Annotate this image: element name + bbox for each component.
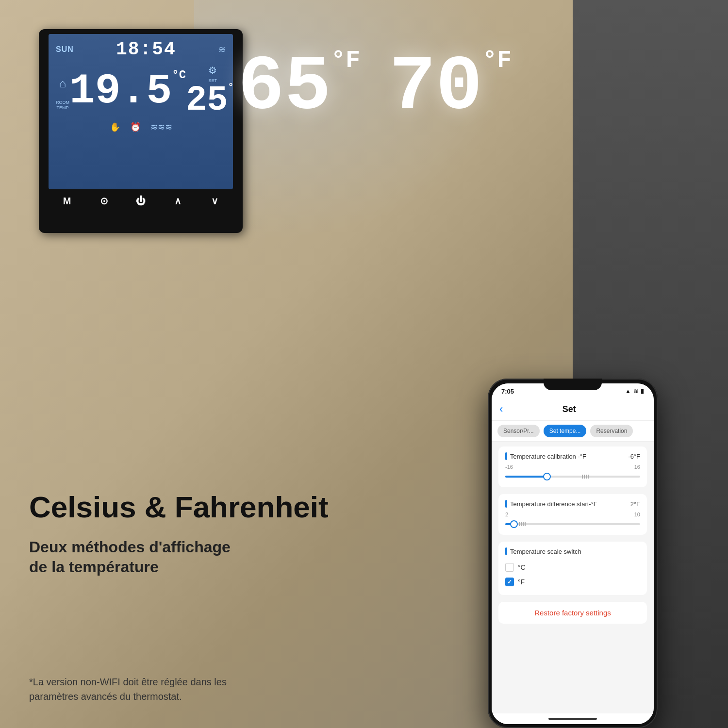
button-menu[interactable]: ⊙ — [94, 195, 114, 207]
tick — [584, 475, 585, 479]
sub-heading-line1: Deux méthodes d'affichage — [29, 538, 231, 556]
phone-device: 7:05 ▲ ≋ ▮ ‹ Set Sensor/Pr... Set tempe.… — [488, 379, 658, 728]
scale-option-fahrenheit: °F — [505, 575, 640, 589]
button-m[interactable]: M — [57, 196, 77, 207]
calibration-value: -6°F — [628, 453, 640, 460]
slider-track-2 — [505, 523, 640, 525]
home-bar — [548, 718, 597, 720]
tick — [588, 475, 589, 479]
projected-temperatures: 65°F 70°F — [238, 49, 512, 126]
slider-fill-1 — [505, 476, 547, 478]
phone-content: Temperature calibration -°F -6°F -16 16 — [492, 442, 654, 713]
temp-calibration-block: Temperature calibration -°F -6°F -16 16 — [498, 447, 647, 487]
signal-icon: ▲ — [625, 388, 631, 395]
button-up[interactable]: ∧ — [168, 195, 187, 207]
wifi-status-icon: ≋ — [633, 388, 638, 395]
thermostat-buttons: M ⊙ ⏻ ∧ ∨ — [49, 195, 233, 207]
tick — [525, 522, 526, 526]
checkbox-celsius[interactable] — [505, 563, 514, 572]
temp-diff-block: Temperature difference start-°F 2°F 2 10 — [498, 494, 647, 535]
tick — [519, 522, 520, 526]
phone-header: ‹ Set — [492, 399, 654, 421]
blue-bar-2 — [505, 500, 507, 508]
thermostat-device: SUN 18:54 ≋ ⌂ ROOMTEMP 19.5°C ⚙ SET 25°C… — [39, 29, 243, 233]
tab-reservation[interactable]: Reservation — [590, 425, 633, 437]
fahrenheit-label: °F — [518, 578, 525, 586]
scale-option-celsius: °C — [505, 560, 640, 575]
checkbox-fahrenheit[interactable] — [505, 578, 514, 586]
clock-icon: ⏰ — [130, 122, 141, 132]
battery-icon: ▮ — [641, 388, 644, 395]
current-temp-unit: °C — [172, 68, 186, 82]
room-temp-label: ROOMTEMP — [56, 100, 69, 111]
phone-notch — [544, 379, 602, 390]
calibration-slider[interactable] — [505, 472, 640, 481]
home-icon: ⌂ — [59, 77, 66, 90]
screen-icons-row: ✋ ⏰ ≋≋≋ — [110, 122, 172, 132]
slider1-max: 16 — [634, 464, 640, 470]
thermostat-screen: SUN 18:54 ≋ ⌂ ROOMTEMP 19.5°C ⚙ SET 25°C… — [49, 34, 233, 189]
status-time: 7:05 — [501, 388, 514, 395]
phone-title: Set — [563, 404, 576, 414]
phone-home-indicator — [492, 713, 654, 724]
projected-unit-1: °F — [331, 47, 360, 74]
celsius-label: °C — [518, 563, 526, 571]
status-right: ▲ ≋ ▮ — [625, 388, 644, 395]
button-down[interactable]: ∨ — [205, 195, 224, 207]
tick — [586, 475, 587, 479]
button-power[interactable]: ⏻ — [131, 196, 150, 207]
slider-thumb-1[interactable] — [543, 473, 551, 480]
diff-title: Temperature difference start-°F — [505, 500, 597, 508]
blue-bar-1 — [505, 452, 507, 460]
tick — [521, 522, 522, 526]
slider2-max: 10 — [634, 512, 640, 517]
wifi-icon: ≋ — [218, 44, 226, 55]
tab-sensor[interactable]: Sensor/Pr... — [497, 425, 540, 437]
sub-heading-line2: de la température — [29, 558, 159, 576]
heat-icon: ≋≋≋ — [150, 122, 172, 132]
phone-tabs: Sensor/Pr... Set tempe... Reservation — [492, 421, 654, 442]
diff-slider[interactable] — [505, 519, 640, 529]
set-temp-display: 25°C — [186, 83, 233, 118]
tick — [523, 522, 524, 526]
projected-temp-2: 70°F — [389, 49, 512, 126]
projected-temp-1: 65°F — [238, 49, 360, 126]
thermostat-day: SUN — [56, 45, 74, 54]
scale-switch-block: Temperature scale switch °C °F — [498, 542, 647, 595]
calibration-title: Temperature calibration -°F — [505, 452, 586, 460]
slider2-min: 2 — [505, 512, 508, 517]
current-temp-display: 19.5°C — [69, 70, 186, 113]
main-heading: Celsius & Fahrenheit — [29, 490, 329, 524]
blue-bar-3 — [505, 547, 507, 555]
tick — [582, 475, 583, 479]
phone-screen: 7:05 ▲ ≋ ▮ ‹ Set Sensor/Pr... Set tempe.… — [492, 383, 654, 724]
projected-unit-2: °F — [482, 47, 512, 74]
footnote: *La version non-WIFI doit être réglée da… — [29, 675, 227, 704]
restore-factory-button[interactable]: Restore factory settings — [498, 602, 647, 624]
slider-track-1 — [505, 476, 640, 478]
back-button[interactable]: ‹ — [499, 403, 503, 415]
hand-icon: ✋ — [110, 122, 120, 132]
tab-set-temp[interactable]: Set tempe... — [544, 425, 587, 437]
slider1-min: -16 — [505, 464, 513, 470]
diff-value: 2°F — [630, 500, 640, 508]
slider-thumb-2[interactable] — [510, 520, 518, 528]
sub-heading: Deux méthodes d'affichage de la températ… — [29, 537, 231, 578]
gear-icon: ⚙ — [208, 65, 217, 76]
phone-container: 7:05 ▲ ≋ ▮ ‹ Set Sensor/Pr... Set tempe.… — [456, 252, 689, 728]
set-temp-unit: °C — [228, 82, 233, 93]
thermostat-time: 18:54 — [116, 39, 176, 60]
scale-title: Temperature scale switch — [505, 547, 581, 555]
